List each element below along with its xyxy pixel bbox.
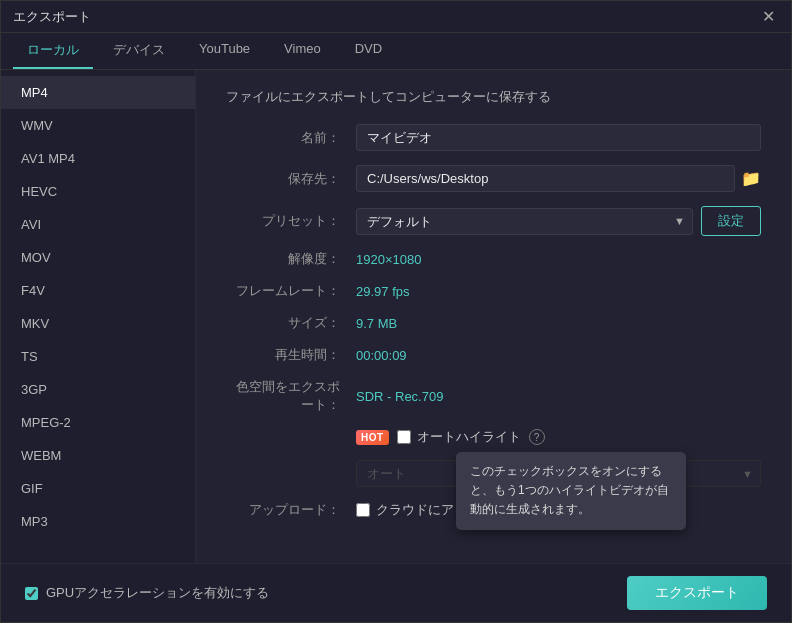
tab-bar: ローカル デバイス YouTube Vimeo DVD [1,33,791,70]
duration-label: 再生時間： [226,346,356,364]
preset-control: デフォルト ▼ 設定 [356,206,761,236]
save-path-row: 保存先： 📁 [226,165,761,192]
autohighlight-checkbox-label[interactable]: オートハイライト [397,428,521,446]
framerate-label: フレームレート： [226,282,356,300]
save-path-input[interactable] [356,165,735,192]
gpu-acceleration-checkbox[interactable] [25,587,38,600]
sidebar-item-wmv[interactable]: WMV [1,109,195,142]
folder-icon[interactable]: 📁 [741,169,761,188]
format-sidebar: MP4 WMV AV1 MP4 HEVC AVI MOV F4V MKV TS … [1,70,196,563]
tooltip-text: このチェックボックスをオンにすると、もう1つのハイライトビデオが自動的に生成され… [470,464,669,516]
colorspace-text: SDR - Rec.709 [356,389,443,404]
tab-local[interactable]: ローカル [13,33,93,69]
save-control: 📁 [356,165,761,192]
resolution-text: 1920×1080 [356,252,421,267]
title-bar: エクスポート ✕ [1,1,791,33]
name-row: 名前： [226,124,761,151]
sidebar-item-f4v[interactable]: F4V [1,274,195,307]
duration-row: 再生時間： 00:00:09 [226,346,761,364]
export-window: エクスポート ✕ ローカル デバイス YouTube Vimeo DVD MP4… [0,0,792,623]
tab-youtube[interactable]: YouTube [185,33,264,69]
tab-device[interactable]: デバイス [99,33,179,69]
path-row: 📁 [356,165,761,192]
section-title: ファイルにエクスポートしてコンピューターに保存する [226,88,761,106]
resolution-row: 解像度： 1920×1080 [226,250,761,268]
hot-badge: HOT [356,430,389,445]
autohighlight-tooltip: このチェックボックスをオンにすると、もう1つのハイライトビデオが自動的に生成され… [456,452,686,530]
size-value: 9.7 MB [356,316,761,331]
tab-vimeo[interactable]: Vimeo [270,33,335,69]
sidebar-item-gif[interactable]: GIF [1,472,195,505]
sidebar-item-mov[interactable]: MOV [1,241,195,274]
sidebar-item-mp3[interactable]: MP3 [1,505,195,538]
autohighlight-label-text: オートハイライト [417,428,521,446]
close-button[interactable]: ✕ [758,9,779,25]
sidebar-item-3gp[interactable]: 3GP [1,373,195,406]
content-area: MP4 WMV AV1 MP4 HEVC AVI MOV F4V MKV TS … [1,70,791,563]
settings-button[interactable]: 設定 [701,206,761,236]
sidebar-item-av1mp4[interactable]: AV1 MP4 [1,142,195,175]
name-input[interactable] [356,124,761,151]
framerate-text: 29.97 fps [356,284,410,299]
size-text: 9.7 MB [356,316,397,331]
sidebar-item-hevc[interactable]: HEVC [1,175,195,208]
framerate-value: 29.97 fps [356,284,761,299]
name-control [356,124,761,151]
gpu-acceleration-label[interactable]: GPUアクセラレーションを有効にする [25,584,269,602]
preset-select[interactable]: デフォルト [356,208,693,235]
size-row: サイズ： 9.7 MB [226,314,761,332]
cloud-upload-checkbox[interactable] [356,503,370,517]
window-title: エクスポート [13,8,91,26]
upload-label: アップロード： [226,501,356,519]
preset-row: プリセット： デフォルト ▼ 設定 [226,206,761,236]
preset-row-inner: デフォルト ▼ 設定 [356,206,761,236]
autohighlight-row: HOT オートハイライト ? このチェックボックスをオンにすると、もう1つのハイ… [226,428,761,446]
resolution-value: 1920×1080 [356,252,761,267]
preset-select-wrap: デフォルト ▼ [356,208,693,235]
colorspace-label: 色空間をエクスポート： [226,378,356,414]
sidebar-item-mkv[interactable]: MKV [1,307,195,340]
duration-value: 00:00:09 [356,348,761,363]
resolution-label: 解像度： [226,250,356,268]
sidebar-item-mp4[interactable]: MP4 [1,76,195,109]
size-label: サイズ： [226,314,356,332]
colorspace-value: SDR - Rec.709 [356,389,761,404]
export-button[interactable]: エクスポート [627,576,767,610]
sidebar-item-ts[interactable]: TS [1,340,195,373]
sidebar-item-avi[interactable]: AVI [1,208,195,241]
framerate-row: フレームレート： 29.97 fps [226,282,761,300]
autohighlight-checkbox[interactable] [397,430,411,444]
sidebar-item-webm[interactable]: WEBM [1,439,195,472]
tab-dvd[interactable]: DVD [341,33,396,69]
duration-text: 00:00:09 [356,348,407,363]
gpu-label-text: GPUアクセラレーションを有効にする [46,584,269,602]
save-label: 保存先： [226,170,356,188]
colorspace-row: 色空間をエクスポート： SDR - Rec.709 [226,378,761,414]
name-label: 名前： [226,129,356,147]
preset-label: プリセット： [226,212,356,230]
sidebar-item-mpeg2[interactable]: MPEG-2 [1,406,195,439]
footer: GPUアクセラレーションを有効にする エクスポート [1,563,791,622]
auto-highlight-row: HOT オートハイライト ? このチェックボックスをオンにすると、もう1つのハイ… [356,428,761,446]
autohighlight-help-icon[interactable]: ? [529,429,545,445]
export-settings-panel: ファイルにエクスポートしてコンピューターに保存する 名前： 保存先： 📁 [196,70,791,563]
autohighlight-control: HOT オートハイライト ? このチェックボックスをオンにすると、もう1つのハイ… [356,428,761,446]
